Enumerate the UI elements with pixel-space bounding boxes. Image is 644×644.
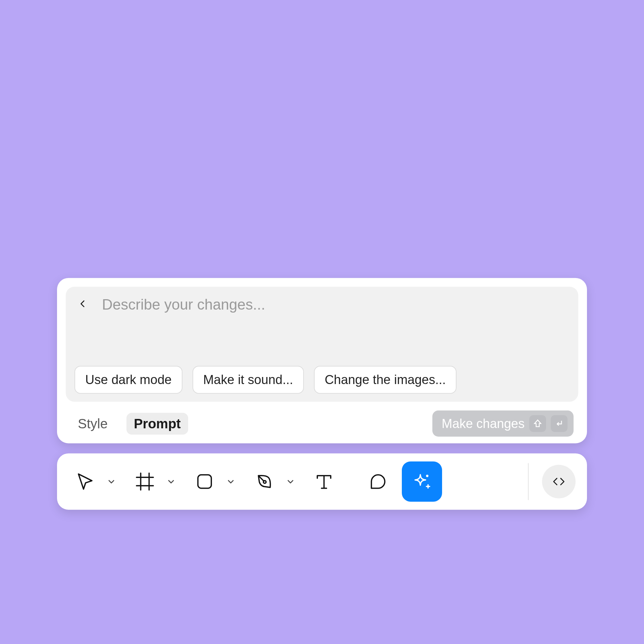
tool-select[interactable]: [68, 465, 102, 498]
toolbar: [57, 453, 587, 510]
tab-prompt[interactable]: Prompt: [126, 413, 188, 434]
kbd-shift: [529, 415, 546, 432]
tool-shape-options[interactable]: [225, 469, 237, 495]
cursor-icon: [75, 472, 95, 492]
tab-style[interactable]: Style: [70, 413, 115, 434]
tool-frame-options[interactable]: [165, 469, 177, 495]
suggestion-row: Use dark mode Make it sound... Change th…: [74, 366, 570, 394]
chevron-down-icon: [227, 478, 235, 486]
shift-icon: [533, 419, 542, 428]
suggestion-change-images[interactable]: Change the images...: [314, 366, 457, 394]
chevron-down-icon: [107, 478, 115, 486]
tool-pen-options[interactable]: [284, 469, 297, 495]
sparkle-plus-icon: [412, 472, 432, 491]
enter-icon: [554, 419, 564, 428]
tool-text[interactable]: [307, 465, 341, 498]
code-icon: [551, 474, 567, 489]
suggestion-make-sound[interactable]: Make it sound...: [193, 366, 304, 394]
kbd-enter: [551, 415, 568, 432]
chevron-down-icon: [167, 478, 175, 486]
square-icon: [195, 472, 215, 492]
prompt-input[interactable]: [101, 293, 570, 353]
tool-select-options[interactable]: [105, 469, 117, 495]
prompt-panel: Use dark mode Make it sound... Change th…: [57, 278, 587, 443]
tool-ai[interactable]: [402, 462, 442, 502]
tool-shape[interactable]: [188, 465, 221, 498]
svg-point-2: [426, 475, 428, 477]
tool-comment[interactable]: [361, 465, 394, 498]
prompt-footer: Style Prompt Make changes: [66, 411, 578, 439]
make-changes-label: Make changes: [442, 416, 525, 431]
comment-icon: [368, 472, 388, 492]
tool-frame[interactable]: [128, 465, 162, 498]
chevron-down-icon: [286, 478, 294, 486]
suggestion-dark-mode[interactable]: Use dark mode: [74, 366, 182, 394]
svg-point-1: [263, 481, 266, 483]
chevron-left-icon: [78, 300, 87, 308]
tool-pen[interactable]: [248, 465, 281, 498]
toolbar-divider: [528, 463, 529, 500]
prompt-inner: Use dark mode Make it sound... Change th…: [66, 287, 578, 402]
make-changes-button[interactable]: Make changes: [432, 411, 574, 437]
svg-rect-0: [198, 475, 211, 488]
tool-code[interactable]: [542, 465, 576, 498]
pen-icon: [254, 472, 274, 492]
frame-icon: [135, 472, 155, 492]
back-button[interactable]: [74, 296, 91, 312]
tab-list: Style Prompt: [70, 413, 188, 434]
text-icon: [314, 472, 334, 492]
